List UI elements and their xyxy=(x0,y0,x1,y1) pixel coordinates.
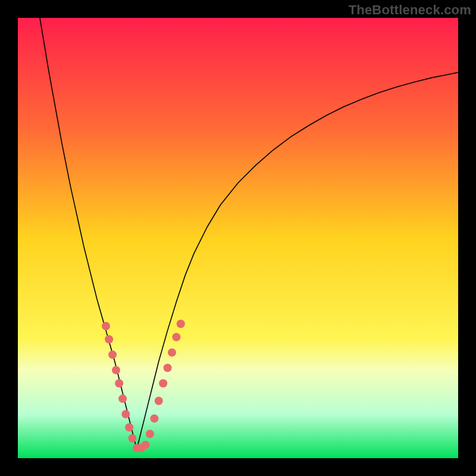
watermark-text: TheBottleneck.com xyxy=(349,2,471,18)
marker-dot xyxy=(115,379,123,387)
marker-dot xyxy=(105,335,113,343)
marker-dot xyxy=(150,414,158,422)
marker-dot xyxy=(168,348,176,356)
marker-dot xyxy=(118,394,127,403)
marker-dot xyxy=(128,434,136,443)
marker-dot xyxy=(102,322,110,330)
marker-dot xyxy=(125,423,133,431)
marker-dot xyxy=(146,430,154,438)
marker-dot xyxy=(155,397,163,405)
gradient-background xyxy=(18,18,458,458)
marker-dot xyxy=(121,410,130,418)
marker-dot xyxy=(112,366,120,374)
marker-dot xyxy=(142,441,150,449)
marker-dot xyxy=(172,333,180,342)
chart-svg xyxy=(18,18,458,458)
marker-dot xyxy=(164,364,172,372)
marker-dot xyxy=(177,320,185,328)
marker-dot xyxy=(108,350,117,359)
marker-dot xyxy=(159,379,167,387)
chart-frame xyxy=(18,18,458,458)
